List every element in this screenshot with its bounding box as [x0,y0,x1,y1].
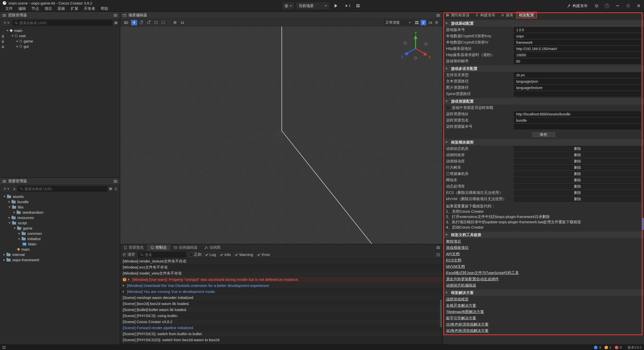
panel-menu-icon[interactable] [436,14,440,17]
tree-row[interactable]: assets [0,194,120,199]
store-icon[interactable] [3,346,6,349]
menu-item[interactable]: 开发者 [81,6,98,12]
minimize-button[interactable] [612,0,623,12]
gear-icon[interactable] [435,21,438,24]
delete-button[interactable]: 删除 [514,190,641,195]
field-input[interactable] [514,46,641,51]
collapse-logs-icon[interactable] [436,253,440,256]
checkbox-icon[interactable] [205,253,208,256]
panel-menu-icon[interactable] [114,180,117,183]
tab-服务[interactable]: 服务 [498,12,516,18]
tree-row[interactable]: common [0,231,120,236]
menu-item[interactable]: 节点 [29,6,42,12]
field-input[interactable] [514,59,641,64]
warning-badge-icon[interactable] [605,346,608,349]
tab-构建发布[interactable]: 构建发布 [472,12,498,18]
lock-icon[interactable] [2,34,4,37]
console-log-row[interactable]: [Window] You are running Vue in developm… [120,289,442,295]
refresh-icon[interactable] [114,187,118,191]
tree-row[interactable]: game [0,38,120,44]
console-log-row[interactable]: [Window] model_view文件夹不存在 [120,271,442,277]
orientation-gizmo[interactable]: Y X Z [399,32,432,65]
regex-toggle[interactable]: 正则 [189,252,202,257]
console-log-row[interactable]: [Scene] meshopt wasm decoder initialized [120,295,442,301]
section-header[interactable]: 框架文档工具链接 [443,232,644,238]
doc-link[interactable]: Excel格式转Json文件与TypeScript代码工具 [446,270,519,276]
chevron-right-icon[interactable] [9,217,10,219]
create-asset-button[interactable] [2,186,11,192]
tree-row[interactable]: resources [0,215,120,220]
delete-button[interactable]: 删除 [514,196,641,202]
doc-link[interactable]: Tiledmap地图解决方案 [446,309,484,315]
help-button[interactable] [602,0,612,12]
doc-link[interactable]: MVVM文档 [446,263,465,270]
rect-tool-button[interactable] [153,20,159,25]
checkbox-icon[interactable] [219,253,223,256]
chevron-down-icon[interactable] [9,222,11,224]
field-input[interactable] [514,52,641,58]
snap-button[interactable] [179,20,185,25]
console-log-row[interactable]: [Scene] [PHYSICS]: switch from builtin t… [120,331,442,337]
tree-row[interactable]: game [0,226,120,231]
section-header[interactable]: 框架解决方案 [443,289,644,296]
console-log-row[interactable]: [Window] ecs文件夹不存在 [120,265,442,271]
tree-row[interactable]: initialize [0,236,120,241]
tab-框架配置[interactable]: 框架配置 [516,12,537,18]
checkbox-icon[interactable] [189,253,193,256]
delete-button[interactable]: 删除 [514,152,641,158]
tree-row[interactable]: script [0,220,120,226]
pivot-tool-button[interactable] [160,20,166,25]
menu-item[interactable]: 面板 [55,6,68,12]
filter-icon[interactable] [109,187,112,191]
field-input[interactable] [514,85,641,90]
doc-link[interactable]: 3D角色扮演游戏解决方案 [446,327,489,334]
console-log-row[interactable]: [Window] Download the Vue Devtools exten… [120,283,442,289]
console-log-row[interactable]: [Scene] [bullet]:bullet wasm lib loaded. [120,307,442,313]
save-button[interactable]: 保存 [532,132,556,138]
doc-link[interactable]: 战棋游戏框架 [446,296,469,302]
console-filter-log[interactable]: Log [205,252,216,257]
doc-link[interactable]: 动画状态机编辑器 [446,282,476,288]
hierarchy-search-input[interactable] [13,20,112,26]
view-mode-select[interactable]: 正常浏览 [383,20,413,25]
console-log-row[interactable]: [Scene] [PHYSICS]: using builtin. [120,313,442,319]
doc-link[interactable]: ECS文档 [446,257,461,263]
console-search-input[interactable] [138,252,186,257]
clear-console-button[interactable]: 清空 [123,252,135,257]
package-button[interactable] [591,0,602,12]
console-tab-2[interactable]: 控制台 [147,244,170,251]
chevron-right-icon[interactable] [4,254,5,256]
panel-menu-icon[interactable] [114,14,117,17]
tree-row[interactable]: internal [0,252,120,257]
tree-row[interactable]: main [0,247,120,252]
doc-link[interactable]: 原生包热更新配置自动生成插件 [446,276,499,282]
doc-link[interactable]: 全栈开发解决方案 [446,302,476,309]
expand-caret-icon[interactable] [123,285,125,287]
create-node-button[interactable] [2,20,11,26]
field-input[interactable] [514,79,641,84]
error-badge-icon[interactable] [615,346,618,349]
doc-link[interactable]: 新手引导解决方案 [446,315,476,321]
tree-row[interactable]: bundle [0,199,120,204]
field-input[interactable] [514,27,641,32]
chevron-down-icon[interactable] [4,196,6,197]
delete-button[interactable]: 删除 [514,165,641,170]
section-header[interactable]: 游戏资源配置 [443,98,644,105]
doc-link[interactable]: 游戏模板项目 [446,244,469,251]
console-filter-info[interactable]: Info [219,252,231,257]
doc-link[interactable]: 2D角色扮演游戏解决方案 [446,321,489,327]
console-log-row[interactable]: [Scene] [PHYSICS2D]: switch from box2d-w… [120,337,442,343]
doc-link[interactable]: API文档 [446,251,460,257]
field-input[interactable] [514,72,641,78]
grid-toggle-icon[interactable] [415,21,418,24]
menu-item[interactable]: 文件 [3,6,16,12]
maximize-button[interactable] [623,0,633,12]
console-filter-error[interactable]: Error [257,252,270,257]
expand-caret-icon[interactable] [128,279,131,281]
tree-row[interactable]: main [0,28,120,33]
lock-icon[interactable] [2,45,4,48]
coordinate-space-button[interactable] [172,20,178,25]
panel-menu-icon[interactable] [436,246,440,249]
console-log-row[interactable]: [Scene] Forward render pipeline initiali… [120,325,442,331]
console-log-row[interactable]: [Window] [Vue warn]: Property "onInput" … [120,277,442,283]
